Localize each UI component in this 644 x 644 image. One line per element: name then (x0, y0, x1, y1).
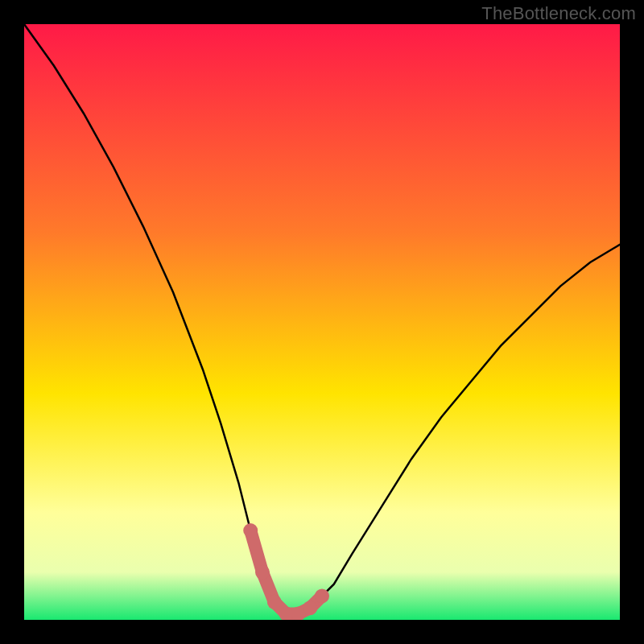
highlight-dot (243, 523, 258, 538)
chart-frame: TheBottleneck.com (0, 0, 644, 644)
highlight-dot (315, 588, 329, 603)
plot-area (24, 24, 620, 620)
highlight-dot (303, 601, 317, 615)
watermark-text: TheBottleneck.com (481, 3, 636, 24)
highlight-dot (255, 565, 270, 580)
highlight-dot (267, 595, 282, 609)
bottleneck-chart (24, 24, 620, 620)
gradient-background (24, 24, 620, 620)
